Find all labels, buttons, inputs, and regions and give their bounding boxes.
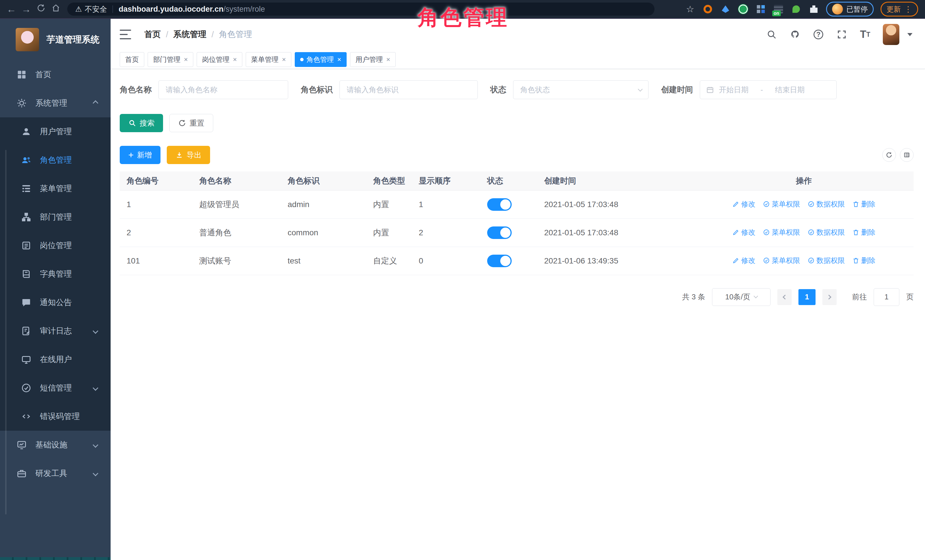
sidebar-item-sms[interactable]: 短信管理 — [0, 374, 111, 402]
sidebar-item-depts[interactable]: 部门管理 — [0, 203, 111, 231]
active-dot — [300, 58, 304, 61]
table-header-row: 角色编号 角色名称 角色标识 角色类型 显示顺序 状态 创建时间 操作 — [120, 171, 914, 190]
status-toggle[interactable] — [487, 227, 512, 239]
columns-icon[interactable] — [900, 148, 914, 162]
export-button[interactable]: 导出 — [167, 146, 210, 164]
browser-profile-button[interactable]: 已暂停 — [826, 2, 874, 17]
delete-action[interactable]: 删除 — [852, 200, 875, 209]
sidebar-item-system[interactable]: 系统管理 — [0, 89, 111, 117]
bookmark-star-icon[interactable]: ☆ — [685, 4, 696, 15]
sidebar-item-error-codes[interactable]: 错误码管理 — [0, 402, 111, 431]
extension-icon[interactable] — [702, 4, 713, 15]
role-name-input[interactable] — [158, 80, 288, 99]
data-permission-action[interactable]: 数据权限 — [807, 256, 845, 265]
extension-icon[interactable] — [791, 4, 801, 15]
sidebar-logo[interactable]: 芋道管理系统 — [0, 19, 111, 60]
extension-icon[interactable] — [755, 4, 766, 15]
tab-post[interactable]: 岗位管理× — [197, 52, 242, 67]
role-key-input[interactable] — [339, 80, 478, 99]
edit-action[interactable]: 修改 — [732, 200, 755, 209]
message-icon — [21, 297, 32, 308]
page-number[interactable]: 1 — [798, 289, 815, 305]
refresh-icon[interactable] — [882, 148, 896, 162]
browser-reload-icon[interactable] — [34, 3, 48, 15]
browser-back-icon[interactable]: ← — [4, 4, 19, 15]
extension-on-badge: on — [772, 11, 781, 16]
security-label[interactable]: 不安全 — [85, 4, 107, 14]
fullscreen-icon[interactable] — [836, 29, 847, 40]
extension-icon[interactable] — [720, 4, 731, 15]
sidebar-item-audit-log[interactable]: 审计日志 — [0, 317, 111, 345]
delete-action[interactable]: 删除 — [852, 256, 875, 265]
font-size-icon[interactable]: TT — [859, 29, 871, 40]
sidebar-item-online-users[interactable]: 在线用户 — [0, 345, 111, 374]
sidebar-item-dict[interactable]: 字典管理 — [0, 260, 111, 288]
breadcrumb-system[interactable]: 系统管理 — [173, 29, 206, 40]
menu-permission-action[interactable]: 菜单权限 — [763, 256, 800, 265]
status-toggle[interactable] — [487, 198, 512, 211]
cell-sort: 2 — [412, 218, 480, 247]
reset-button[interactable]: 重置 — [169, 114, 213, 132]
sidebar-item-users[interactable]: 用户管理 — [0, 117, 111, 146]
sidebar-scrollbar[interactable] — [5, 150, 6, 514]
sidebar-item-dev-tools[interactable]: 研发工具 — [0, 459, 111, 488]
user-avatar[interactable] — [883, 24, 899, 45]
update-label: 更新 — [886, 5, 901, 14]
start-date-placeholder[interactable]: 开始日期 — [719, 85, 749, 95]
search-icon[interactable] — [766, 29, 777, 40]
sidebar-item-posts[interactable]: 岗位管理 — [0, 231, 111, 260]
tab-role[interactable]: 角色管理× — [295, 52, 346, 67]
edit-action[interactable]: 修改 — [732, 256, 755, 265]
menu-permission-action[interactable]: 菜单权限 — [763, 200, 800, 209]
status-select[interactable]: 角色状态 — [513, 80, 648, 99]
browser-menu-icon[interactable]: ⋮ — [904, 5, 912, 14]
help-icon[interactable]: ? — [813, 29, 824, 40]
menu-permission-action[interactable]: 菜单权限 — [763, 228, 800, 237]
hamburger-icon[interactable] — [120, 30, 131, 39]
book-icon — [21, 269, 32, 279]
tab-menu[interactable]: 菜单管理× — [246, 52, 291, 67]
extension-icon[interactable] — [808, 4, 819, 15]
browser-update-button[interactable]: 更新 ⋮ — [881, 2, 918, 17]
breadcrumb-home[interactable]: 首页 — [144, 29, 161, 40]
prev-page-button[interactable] — [777, 289, 792, 305]
browser-forward-icon[interactable]: → — [19, 4, 34, 15]
status-toggle[interactable] — [487, 255, 512, 267]
search-button[interactable]: 搜索 — [120, 114, 163, 132]
close-icon[interactable]: × — [184, 56, 188, 63]
close-icon[interactable]: × — [337, 56, 341, 63]
tab-user[interactable]: 用户管理× — [350, 52, 396, 67]
sidebar-item-roles[interactable]: 角色管理 — [0, 146, 111, 174]
data-permission-action[interactable]: 数据权限 — [807, 228, 845, 237]
circle-check-icon — [807, 201, 815, 208]
caret-down-icon[interactable] — [907, 33, 913, 36]
org-tree-icon — [21, 212, 32, 222]
edit-action[interactable]: 修改 — [732, 228, 755, 237]
sidebar-item-notice[interactable]: 通知公告 — [0, 288, 111, 317]
pagination: 共 3 条 10条/页 1 前往 页 — [120, 288, 914, 306]
add-button[interactable]: + 新增 — [120, 146, 160, 164]
extension-icon[interactable]: on — [773, 4, 784, 15]
delete-action[interactable]: 删除 — [852, 228, 875, 237]
close-icon[interactable]: × — [386, 56, 390, 63]
next-page-button[interactable] — [823, 289, 837, 305]
sidebar-item-infrastructure[interactable]: 基础设施 — [0, 431, 111, 459]
sidebar-item-menus[interactable]: 菜单管理 — [0, 174, 111, 203]
goto-page-input[interactable] — [874, 288, 899, 306]
tab-dept[interactable]: 部门管理× — [148, 52, 193, 67]
page-size-select[interactable]: 10条/页 — [712, 288, 770, 306]
close-icon[interactable]: × — [282, 56, 286, 63]
extension-icon[interactable] — [738, 4, 749, 15]
address-bar[interactable]: ⚠ 不安全 dashboard.yudao.iocoder.cn /system… — [67, 3, 654, 16]
date-range-picker[interactable]: 开始日期 - 结束日期 — [700, 80, 837, 99]
sidebar-item-home[interactable]: 首页 — [0, 60, 111, 89]
breadcrumb-current: 角色管理 — [219, 29, 252, 40]
data-permission-action[interactable]: 数据权限 — [807, 200, 845, 209]
github-icon[interactable] — [789, 29, 801, 40]
end-date-placeholder[interactable]: 结束日期 — [775, 85, 805, 95]
cell-type: 内置 — [366, 190, 412, 218]
circle-check-icon — [807, 257, 815, 264]
tab-home[interactable]: 首页 — [120, 52, 144, 67]
close-icon[interactable]: × — [233, 56, 237, 63]
browser-home-icon[interactable] — [48, 3, 63, 15]
